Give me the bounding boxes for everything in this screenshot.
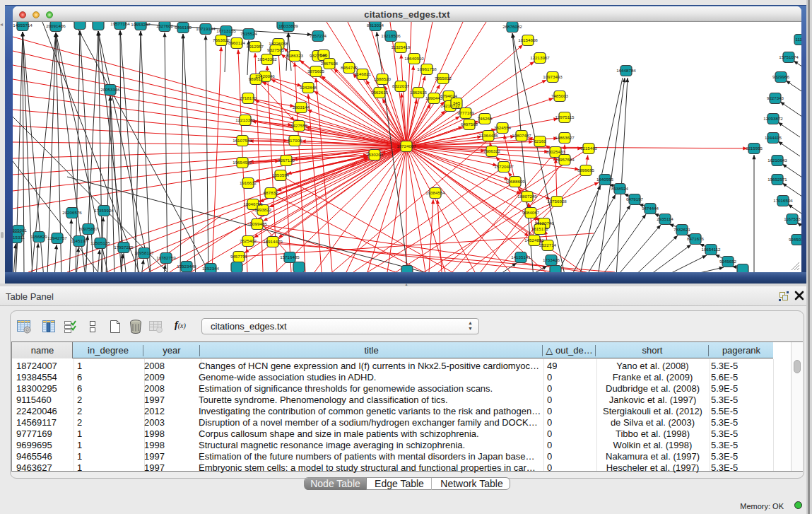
svg-text:10807487: 10807487: [512, 133, 531, 138]
svg-text:9245652: 9245652: [719, 259, 737, 264]
svg-text:1305081: 1305081: [13, 228, 28, 233]
svg-text:18724007: 18724007: [396, 144, 416, 148]
svg-text:1388520: 1388520: [374, 76, 392, 81]
svg-text:12975115: 12975115: [555, 115, 575, 119]
svg-text:7515524: 7515524: [240, 31, 258, 36]
svg-text:2935114: 2935114: [657, 216, 673, 221]
svg-text:9329966: 9329966: [772, 74, 790, 79]
svg-text:17016504: 17016504: [773, 198, 793, 203]
svg-text:16033809: 16033809: [278, 23, 298, 28]
svg-text:19218506: 19218506: [381, 33, 401, 38]
svg-text:7663822: 7663822: [213, 37, 230, 42]
svg-text:10543362: 10543362: [257, 57, 277, 62]
svg-text:6497568: 6497568: [461, 122, 478, 127]
svg-text:687832: 687832: [264, 190, 278, 195]
svg-text:19384554: 19384554: [425, 190, 445, 195]
svg-text:7485003: 7485003: [551, 93, 569, 98]
svg-text:26876082: 26876082: [502, 24, 522, 29]
svg-text:19577164: 19577164: [110, 22, 130, 26]
svg-text:2803144: 2803144: [293, 105, 310, 110]
svg-text:10756928: 10756928: [547, 199, 567, 204]
svg-text:14055714: 14055714: [13, 23, 33, 28]
svg-text:20091406: 20091406: [46, 23, 66, 28]
svg-text:15692971: 15692971: [767, 177, 787, 182]
svg-text:12942757: 12942757: [47, 235, 67, 240]
svg-text:3267130: 3267130: [278, 158, 295, 163]
svg-text:1527602: 1527602: [156, 23, 174, 28]
svg-text:9457791: 9457791: [230, 254, 248, 259]
svg-text:3215955: 3215955: [746, 146, 763, 151]
svg-text:30975867: 30975867: [78, 226, 98, 231]
svg-text:16448784: 16448784: [616, 68, 636, 73]
svg-text:1292344: 1292344: [202, 266, 220, 271]
svg-text:8322037: 8322037: [392, 83, 410, 88]
svg-text:14524851: 14524851: [524, 238, 544, 243]
svg-text:12213383: 12213383: [235, 117, 255, 122]
svg-text:746266: 746266: [478, 116, 493, 121]
svg-text:8427552: 8427552: [290, 123, 308, 128]
svg-text:6794024: 6794024: [440, 93, 458, 98]
svg-text:9474444: 9474444: [642, 206, 659, 211]
svg-text:2718170: 2718170: [240, 95, 257, 100]
svg-text:2867608: 2867608: [321, 61, 339, 66]
svg-text:11325419: 11325419: [391, 45, 411, 49]
svg-text:18640910: 18640910: [404, 56, 424, 61]
svg-text:1244415: 1244415: [765, 135, 782, 140]
svg-text:10653267: 10653267: [131, 22, 151, 27]
svg-text:15716485: 15716485: [280, 255, 300, 259]
svg-text:16107543: 16107543: [233, 138, 252, 143]
svg-text:1562615: 1562615: [371, 90, 389, 95]
svg-text:417006: 417006: [288, 138, 302, 143]
svg-text:1156829: 1156829: [30, 234, 47, 239]
svg-text:10958127: 10958127: [134, 250, 154, 255]
svg-text:16914479: 16914479: [263, 239, 283, 244]
svg-text:1112: 1112: [796, 37, 801, 42]
svg-text:1916632: 1916632: [240, 180, 257, 185]
svg-text:18807249: 18807249: [517, 194, 537, 199]
svg-text:7955812: 7955812: [435, 76, 452, 81]
svg-text:16782759: 16782759: [156, 255, 176, 260]
svg-text:9215460: 9215460: [580, 146, 598, 151]
svg-text:1615172: 1615172: [531, 226, 549, 231]
svg-text:9777169: 9777169: [457, 110, 475, 115]
svg-text:1362615: 1362615: [410, 90, 428, 95]
svg-text:10046766: 10046766: [243, 201, 263, 206]
svg-text:9084067: 9084067: [522, 210, 540, 215]
svg-text:9242848: 9242848: [300, 85, 317, 90]
svg-text:10961758: 10961758: [417, 66, 437, 71]
svg-text:2522714: 2522714: [539, 243, 557, 247]
svg-text:8471676: 8471676: [687, 236, 705, 241]
svg-text:1733426: 1733426: [543, 257, 560, 262]
svg-text:19654932: 19654932: [233, 160, 252, 165]
svg-text:16210643: 16210643: [767, 158, 787, 163]
svg-text:6466160: 6466160: [175, 25, 192, 30]
svg-text:8912957: 8912957: [247, 44, 264, 49]
svg-text:15720407: 15720407: [494, 164, 514, 169]
svg-text:7625402: 7625402: [240, 238, 257, 243]
svg-text:20206576: 20206576: [62, 210, 82, 215]
svg-text:20053346: 20053346: [100, 87, 120, 92]
svg-text:1145197: 1145197: [71, 238, 88, 243]
svg-text:9227343: 9227343: [767, 95, 784, 100]
svg-text:7832621: 7832621: [673, 227, 691, 232]
svg-text:10025433: 10025433: [546, 149, 565, 154]
svg-text:16120746: 16120746: [534, 221, 554, 226]
svg-text:17359924: 17359924: [94, 208, 114, 213]
svg-text:8960124: 8960124: [228, 40, 246, 45]
svg-text:8454749: 8454749: [341, 65, 358, 70]
svg-text:1353594: 1353594: [272, 173, 290, 177]
svg-text:15751074: 15751074: [779, 54, 799, 59]
svg-text:14135141: 14135141: [511, 255, 531, 259]
svg-text:10719144: 10719144: [196, 26, 216, 31]
svg-text:989612: 989612: [249, 76, 264, 81]
svg-text:12505135: 12505135: [90, 240, 110, 245]
svg-text:1493822: 1493822: [254, 207, 272, 212]
svg-text:8813014: 8813014: [367, 23, 384, 28]
svg-text:1167533: 1167533: [784, 216, 801, 221]
svg-text:6899695: 6899695: [577, 168, 595, 173]
svg-text:12213967: 12213967: [530, 55, 550, 60]
svg-text:6479197: 6479197: [626, 197, 644, 201]
svg-text:14957684: 14957684: [555, 157, 575, 162]
svg-text:9146821: 9146821: [354, 71, 372, 76]
svg-text:14863627: 14863627: [555, 135, 575, 140]
